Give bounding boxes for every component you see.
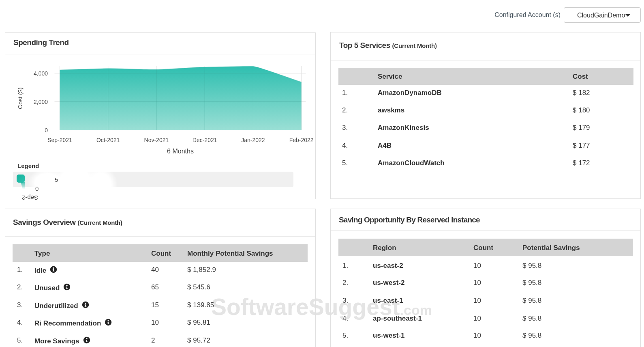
svg-text:Nov-2021: Nov-2021 bbox=[144, 137, 169, 143]
svg-text:Cost ($): Cost ($) bbox=[17, 87, 24, 109]
svg-text:0: 0 bbox=[45, 127, 48, 134]
svg-text:Sep-2021: Sep-2021 bbox=[47, 137, 72, 143]
svg-text:Dec-2021: Dec-2021 bbox=[193, 137, 217, 143]
svg-text:6 Months: 6 Months bbox=[167, 148, 194, 155]
svg-text:Jan-2022: Jan-2022 bbox=[241, 137, 265, 143]
svg-text:2,000: 2,000 bbox=[34, 99, 48, 105]
svg-text:4,000: 4,000 bbox=[34, 70, 48, 77]
svg-text:Oct-2021: Oct-2021 bbox=[96, 137, 120, 143]
svg-text:Feb-2022: Feb-2022 bbox=[289, 137, 314, 143]
